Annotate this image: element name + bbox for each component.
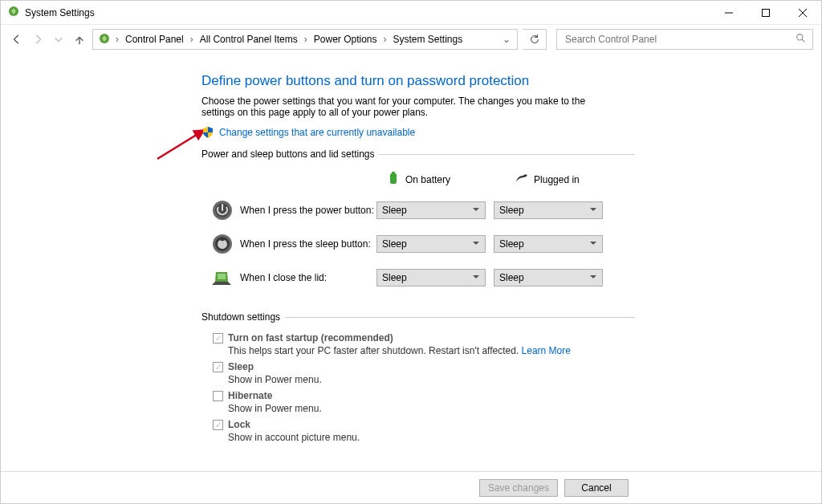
on-battery-header: On battery: [386, 171, 450, 188]
forward-button[interactable]: [30, 31, 46, 47]
power-button-battery-dropdown[interactable]: Sleep: [376, 201, 486, 219]
lock-label: Lock: [228, 419, 250, 430]
hibernate-checkbox[interactable]: [213, 391, 223, 401]
save-button[interactable]: Save changes: [479, 479, 558, 497]
fast-startup-item: Turn on fast startup (recommended) This …: [213, 332, 635, 356]
plugged-in-label: Plugged in: [534, 174, 580, 185]
app-icon: [7, 5, 20, 20]
svg-rect-16: [218, 274, 226, 279]
nav-row: › Control Panel › All Control Panel Item…: [1, 25, 821, 54]
admin-link-row: Change settings that are currently unava…: [201, 126, 805, 139]
up-button[interactable]: [71, 31, 87, 47]
shutdown-group: Shutdown settings Turn on fast startup (…: [201, 311, 635, 448]
lock-checkbox[interactable]: [213, 420, 223, 430]
sleep-checkbox[interactable]: [213, 362, 223, 372]
sleep-button-plugged-dropdown[interactable]: Sleep: [494, 235, 603, 253]
chevron-down-icon: [589, 238, 597, 250]
dropdown-value: Sleep: [499, 205, 524, 216]
chevron-down-icon[interactable]: ⌄: [501, 34, 512, 45]
window-title: System Settings: [25, 7, 95, 18]
plugged-in-header: Plugged in: [515, 171, 580, 188]
breadcrumb[interactable]: System Settings: [391, 34, 464, 45]
power-button-plugged-dropdown[interactable]: Sleep: [494, 201, 603, 219]
fast-startup-label: Turn on fast startup (recommended): [228, 332, 393, 343]
chevron-right-icon: ›: [303, 34, 309, 45]
hibernate-desc: Show in Power menu.: [228, 403, 635, 414]
dropdown-value: Sleep: [382, 238, 407, 250]
buttons-lid-legend: Power and sleep buttons and lid settings: [201, 148, 379, 160]
addressbar-icon: [98, 32, 111, 47]
maximize-button[interactable]: [747, 1, 784, 25]
minimize-button[interactable]: [710, 1, 747, 25]
dropdown-value: Sleep: [382, 272, 407, 283]
sleep-label: Sleep: [228, 361, 254, 372]
svg-rect-11: [392, 172, 395, 173]
breadcrumb[interactable]: Power Options: [312, 34, 379, 45]
chevron-down-icon: [589, 272, 597, 283]
hibernate-label: Hibernate: [228, 390, 272, 401]
dropdown-value: Sleep: [499, 272, 524, 283]
recent-locations-button[interactable]: [51, 31, 67, 47]
laptop-lid-icon: [211, 266, 234, 289]
chevron-down-icon: [472, 205, 480, 216]
svg-rect-10: [390, 173, 397, 184]
fast-startup-desc: This helps start your PC faster after sh…: [228, 345, 635, 356]
sleep-button-row: When I press the sleep button: Sleep Sle…: [201, 233, 635, 255]
footer: Save changes Cancel: [1, 471, 821, 503]
dropdown-value: Sleep: [382, 205, 407, 216]
on-battery-label: On battery: [405, 174, 450, 185]
window-controls: [710, 1, 821, 25]
power-button-row: When I press the power button: Sleep Sle…: [201, 199, 635, 222]
sleep-button-icon: [211, 233, 234, 255]
svg-point-7: [797, 35, 803, 40]
dropdown-value: Sleep: [499, 238, 524, 250]
close-lid-plugged-dropdown[interactable]: Sleep: [494, 269, 603, 287]
svg-rect-2: [763, 9, 770, 16]
sleep-button-label: When I press the sleep button:: [240, 238, 376, 250]
learn-more-link[interactable]: Learn More: [522, 345, 571, 356]
page-subtext: Choose the power settings that you want …: [201, 96, 619, 118]
power-button-label: When I press the power button:: [240, 205, 376, 216]
address-bar[interactable]: › Control Panel › All Control Panel Item…: [92, 29, 518, 50]
chevron-down-icon: [472, 272, 480, 283]
uac-shield-icon: [201, 126, 214, 139]
change-settings-link[interactable]: Change settings that are currently unava…: [219, 127, 415, 138]
search-input[interactable]: [564, 33, 806, 46]
fast-startup-checkbox[interactable]: [213, 333, 223, 343]
power-button-icon: [211, 199, 234, 222]
buttons-lid-group: Power and sleep buttons and lid settings…: [201, 148, 635, 300]
sleep-item: Sleep Show in Power menu.: [213, 361, 635, 385]
close-button[interactable]: [784, 1, 821, 25]
close-lid-row: When I close the lid: Sleep Sleep: [201, 266, 635, 289]
sleep-button-battery-dropdown[interactable]: Sleep: [376, 235, 486, 253]
breadcrumb[interactable]: All Control Panel Items: [198, 34, 299, 45]
search-box[interactable]: [556, 29, 813, 50]
close-lid-label: When I close the lid:: [240, 272, 376, 283]
chevron-right-icon: ›: [114, 34, 120, 45]
shutdown-legend: Shutdown settings: [201, 311, 285, 323]
svg-line-8: [802, 39, 804, 42]
chevron-down-icon: [589, 205, 597, 216]
page-heading: Define power buttons and turn on passwor…: [201, 73, 805, 89]
close-lid-battery-dropdown[interactable]: Sleep: [376, 269, 486, 287]
column-headers: On battery Plugged in: [201, 171, 635, 188]
chevron-right-icon: ›: [381, 34, 388, 45]
refresh-button[interactable]: [523, 29, 547, 50]
sleep-desc: Show in Power menu.: [228, 374, 635, 385]
breadcrumb[interactable]: Control Panel: [124, 34, 185, 45]
plug-icon: [515, 171, 529, 188]
hibernate-item: Hibernate Show in Power menu.: [213, 390, 635, 414]
chevron-down-icon: [472, 238, 480, 250]
lock-item: Lock Show in account picture menu.: [213, 419, 635, 443]
cancel-button[interactable]: Cancel: [564, 479, 629, 497]
lock-desc: Show in account picture menu.: [228, 432, 635, 443]
chevron-right-icon: ›: [189, 34, 195, 45]
battery-icon: [386, 171, 401, 188]
titlebar: System Settings: [1, 1, 821, 25]
search-icon: [796, 33, 806, 46]
content-area: Define power buttons and turn on passwor…: [1, 57, 821, 471]
back-button[interactable]: [9, 31, 25, 47]
